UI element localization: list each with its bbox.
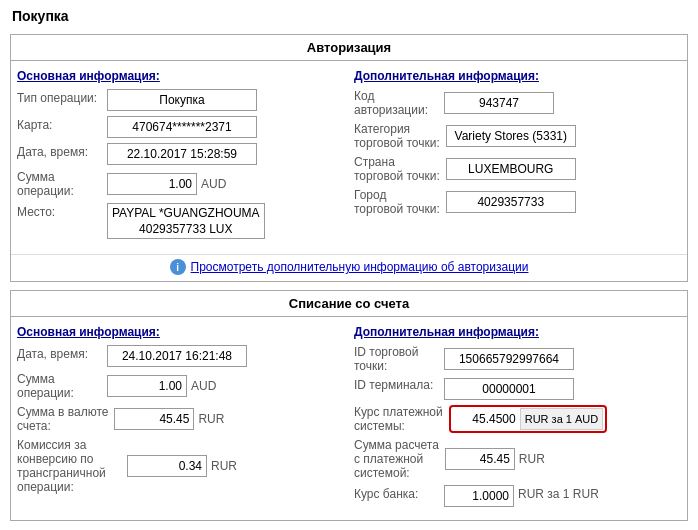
authorization-header: Авторизация xyxy=(11,35,687,61)
writeoff-terminal-value: 00000001 xyxy=(444,378,574,400)
writeoff-sum-account-value: 45.45 xyxy=(114,408,194,430)
writeoff-exchange-row: Курс платежнойсистемы: 45.4500 RUR за 1 … xyxy=(354,405,681,433)
auth-datetime-label: Дата, время: xyxy=(17,143,107,161)
writeoff-section: Списание со счета Основная информация: Д… xyxy=(10,290,688,521)
writeoff-terminal-label: ID терминала: xyxy=(354,378,444,392)
auth-place-value: PAYPAL *GUANGZHOUMA4029357733 LUX xyxy=(107,203,265,239)
writeoff-right-col: Дополнительная информация: ID торговойто… xyxy=(354,325,681,512)
writeoff-sum-account-unit: RUR xyxy=(198,410,224,428)
writeoff-sum-account-row: Сумма в валютесчета: 45.45 RUR xyxy=(17,405,344,433)
auth-place-label: Место: xyxy=(17,203,107,221)
auth-sum-unit: AUD xyxy=(201,175,226,193)
auth-card-value: 470674*******2371 xyxy=(107,116,257,138)
auth-code-value: 943747 xyxy=(444,92,554,114)
writeoff-commission-row: Комиссия законверсию потрансграничнойопе… xyxy=(17,438,344,494)
auth-card-label: Карта: xyxy=(17,116,107,134)
writeoff-exchange-value: 45.4500 xyxy=(453,410,518,428)
writeoff-ps-sum-label: Сумма расчетас платежнойсистемой: xyxy=(354,438,445,480)
writeoff-sum-unit: AUD xyxy=(191,377,216,395)
writeoff-sum-value: 1.00 xyxy=(107,375,187,397)
auth-country-row: Странаторговой точки: LUXEMBOURG xyxy=(354,155,681,183)
auth-city-row: Городторговой точки: 4029357733 xyxy=(354,188,681,216)
auth-operation-type-label: Тип операции: xyxy=(17,89,107,107)
writeoff-bank-rate-label: Курс банка: xyxy=(354,485,444,503)
writeoff-exchange-highlight: 45.4500 RUR за 1 AUD xyxy=(449,405,608,433)
auth-place-row: Место: PAYPAL *GUANGZHOUMA4029357733 LUX xyxy=(17,203,344,239)
writeoff-left-col: Основная информация: Дата, время: 24.10.… xyxy=(17,325,344,512)
auth-code-label: Кодавторизации: xyxy=(354,89,444,117)
writeoff-datetime-label: Дата, время: xyxy=(17,345,107,363)
auth-left-col-label: Основная информация: xyxy=(17,69,344,83)
writeoff-ps-sum-unit: RUR xyxy=(519,450,545,468)
writeoff-sum-account-label: Сумма в валютесчета: xyxy=(17,405,114,433)
auth-code-row: Кодавторизации: 943747 xyxy=(354,89,681,117)
auth-city-value: 4029357733 xyxy=(446,191,576,213)
auth-datetime-row: Дата, время: 22.10.2017 15:28:59 xyxy=(17,143,344,165)
writeoff-commission-unit: RUR xyxy=(211,457,237,475)
writeoff-datetime-value: 24.10.2017 16:21:48 xyxy=(107,345,247,367)
auth-country-value: LUXEMBOURG xyxy=(446,158,576,180)
authorization-title: Авторизация xyxy=(307,40,391,55)
writeoff-bank-rate-value: 1.0000 xyxy=(444,485,514,507)
writeoff-ps-sum-value: 45.45 xyxy=(445,448,515,470)
writeoff-bank-rate-row: Курс банка: 1.0000 RUR за 1 RUR xyxy=(354,485,681,507)
auth-datetime-value: 22.10.2017 15:28:59 xyxy=(107,143,257,165)
auth-left-col: Основная информация: Тип операции: Покуп… xyxy=(17,69,344,244)
auth-operation-type-row: Тип операции: Покупка xyxy=(17,89,344,111)
auth-sum-value: 1.00 xyxy=(107,173,197,195)
authorization-section: Авторизация Основная информация: Тип опе… xyxy=(10,34,688,282)
writeoff-datetime-row: Дата, время: 24.10.2017 16:21:48 xyxy=(17,345,344,367)
auth-operation-type-value: Покупка xyxy=(107,89,257,111)
writeoff-exchange-unit: RUR за 1 AUD xyxy=(520,408,604,430)
info-icon: i xyxy=(170,259,186,275)
auth-right-col: Дополнительная информация: Кодавторизаци… xyxy=(354,69,681,244)
writeoff-ps-sum-row: Сумма расчетас платежнойсистемой: 45.45 … xyxy=(354,438,681,480)
auth-sum-label: Суммаоперации: xyxy=(17,170,107,198)
writeoff-exchange-label: Курс платежнойсистемы: xyxy=(354,405,449,433)
auth-category-label: Категорияторговой точки: xyxy=(354,122,446,150)
auth-card-row: Карта: 470674*******2371 xyxy=(17,116,344,138)
auth-sum-row: Суммаоперации: 1.00 AUD xyxy=(17,170,344,198)
auth-info-link-row: i Просмотреть дополнительную информацию … xyxy=(11,254,687,281)
writeoff-commission-label: Комиссия законверсию потрансграничнойопе… xyxy=(17,438,127,494)
writeoff-merchant-id-label: ID торговойточки: xyxy=(354,345,444,373)
auth-right-col-label: Дополнительная информация: xyxy=(354,69,681,83)
auth-city-label: Городторговой точки: xyxy=(354,188,446,216)
page-title: Покупка xyxy=(0,0,698,28)
writeoff-sum-row: Суммаоперации: 1.00 AUD xyxy=(17,372,344,400)
auth-category-row: Категорияторговой точки: Variety Stores … xyxy=(354,122,681,150)
writeoff-terminal-row: ID терминала: 00000001 xyxy=(354,378,681,400)
writeoff-right-col-label: Дополнительная информация: xyxy=(354,325,681,339)
writeoff-sum-label: Суммаоперации: xyxy=(17,372,107,400)
auth-info-link[interactable]: Просмотреть дополнительную информацию об… xyxy=(191,260,529,274)
writeoff-commission-value: 0.34 xyxy=(127,455,207,477)
auth-country-label: Странаторговой точки: xyxy=(354,155,446,183)
writeoff-merchant-id-row: ID торговойточки: 150665792997664 xyxy=(354,345,681,373)
auth-category-value: Variety Stores (5331) xyxy=(446,125,576,147)
writeoff-merchant-id-value: 150665792997664 xyxy=(444,348,574,370)
writeoff-header: Списание со счета xyxy=(11,291,687,317)
writeoff-left-col-label: Основная информация: xyxy=(17,325,344,339)
writeoff-title: Списание со счета xyxy=(289,296,409,311)
writeoff-bank-rate-unit: RUR за 1 RUR xyxy=(518,485,599,503)
